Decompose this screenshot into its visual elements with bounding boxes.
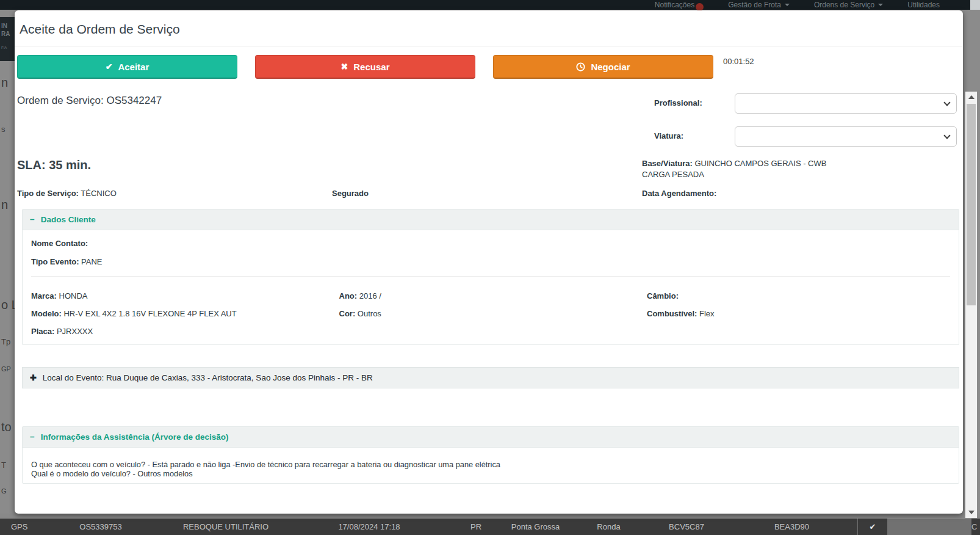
fuel-value: Flex (699, 309, 715, 318)
sidebar-text-fragment: GP (1, 365, 11, 373)
logo-fragment: IN (1, 22, 15, 30)
color-label: Cor: (339, 309, 356, 318)
plate: Placa: PJRXXXX (31, 327, 339, 336)
service-type-label: Tipo de Serviço: (17, 189, 79, 198)
dimmed-sidebar-strip: IN RA FIA n s n o L Tp GP to T G (0, 10, 15, 514)
scrollbar-corner (970, 0, 980, 10)
nav-notifications[interactable]: Notificações (655, 1, 704, 9)
service-type-value: TÉCNICO (81, 189, 117, 198)
logo-fragment: RA (1, 30, 15, 38)
refuse-button-label: Recusar (353, 62, 389, 72)
logo-fragment: FIA (1, 44, 15, 52)
row-cell-plate-2: BEA3D90 (726, 522, 857, 531)
insured: Segurado (332, 189, 642, 198)
scrollbar-thumb[interactable] (967, 104, 976, 305)
decision-tree-line: O que aconteceu com o veículo? - Está pa… (31, 460, 950, 469)
row-cell-gps: GPS (0, 522, 37, 531)
action-toolbar: ✔ Aceitar ✖ Recusar Negociar 00:01:52 (15, 46, 963, 79)
sidebar-text-fragment: s (1, 125, 5, 134)
row-cell-order-number: OS5339753 (37, 522, 165, 531)
sidebar-text-fragment: o L (1, 298, 15, 312)
service-order-accept-modal: Aceite da Ordem de Serviço ✔ Aceitar ✖ R… (15, 10, 963, 514)
plate-value: PJRXXXX (57, 327, 93, 336)
accept-button[interactable]: ✔ Aceitar (17, 55, 237, 79)
nav-fleet-label: Gestão de Frota (728, 1, 781, 9)
sidebar-text-fragment: n (1, 198, 8, 212)
row-cell-state: PR (452, 522, 500, 531)
decision-tree-text: O que aconteceu com o veículo? - Está pa… (23, 448, 959, 483)
scroll-down-arrow-icon[interactable] (968, 511, 975, 514)
event-type-label: Tipo Evento: (31, 257, 79, 266)
contact-name-label: Nome Contato: (31, 239, 88, 248)
event-type: Tipo Evento: PANE (31, 257, 950, 266)
background-table-row: GPS OS5339753 REBOQUE UTILITÁRIO 17/08/2… (0, 519, 980, 535)
check-icon: ✔ (106, 62, 113, 71)
sla-row: SLA: 35 min. Base/Viatura: GUINCHO CAMPO… (15, 158, 963, 180)
service-type: Tipo de Serviço: TÉCNICO (17, 189, 332, 198)
brand: Marca: HONDA (31, 291, 339, 300)
row-cell-service-type: REBOQUE UTILITÁRIO (165, 522, 287, 531)
vehicle-select[interactable] (735, 126, 957, 147)
nav-notifications-label: Notificações (655, 1, 694, 9)
fuel-label: Combustível: (647, 309, 697, 318)
negotiate-button-label: Negociar (591, 62, 630, 72)
collapse-minus-icon: − (30, 215, 35, 224)
plate-label: Placa: (31, 327, 54, 336)
accept-button-label: Aceitar (118, 62, 149, 72)
divider (31, 276, 950, 277)
year-label: Ano: (339, 291, 358, 300)
decision-tree-line: Qual é o modelo do veículo? - Outros mod… (31, 469, 950, 478)
top-navbar: Notificações Gestão de Frota Ordens de S… (0, 0, 980, 10)
refuse-button[interactable]: ✖ Recusar (255, 55, 475, 79)
client-data-body: Nome Contato: Tipo Evento: PANE Marca: H… (23, 230, 959, 344)
base-viatura: Base/Viatura: GUINCHO CAMPOS GERAIS - CW… (642, 158, 849, 180)
expand-plus-icon: ✚ (30, 373, 37, 382)
sidebar-text-fragment: to (1, 420, 12, 434)
notification-badge (696, 3, 704, 11)
client-data-title: Dados Cliente (41, 215, 96, 224)
scheduling-date-label: Data Agendamento: (642, 189, 716, 198)
row-cell-base: Ronda (571, 522, 647, 531)
sidebar-text-fragment: G (1, 487, 7, 495)
collapse-minus-icon: − (30, 432, 35, 442)
assistance-info-panel: − Informações da Assistência (Árvore de … (22, 426, 959, 484)
year: Ano: 2016 / (339, 291, 647, 300)
modal-title: Aceite da Ordem de Serviço (15, 10, 963, 46)
event-type-value: PANE (81, 257, 102, 266)
assistance-info-title: Informações da Assistência (Árvore de de… (41, 432, 229, 442)
client-data-panel-header[interactable]: − Dados Cliente (23, 209, 959, 230)
row-cell-date: 17/08/2024 17:18 (287, 522, 452, 531)
scroll-up-arrow-icon[interactable] (968, 95, 975, 99)
insured-label: Segurado (332, 189, 369, 198)
modal-scrollbar[interactable] (965, 92, 977, 518)
nav-service-orders[interactable]: Ordens de Serviço (814, 1, 883, 9)
brand-label: Marca: (31, 291, 57, 300)
countdown-timer: 00:01:52 (723, 55, 754, 66)
dimmed-page-band (0, 514, 980, 519)
gearbox-label: Câmbio: (647, 291, 679, 300)
sidebar-text-fragment: T (1, 460, 6, 470)
clock-icon (576, 62, 585, 71)
meta-row: Tipo de Serviço: TÉCNICO Segurado Data A… (15, 189, 963, 198)
client-data-panel: − Dados Cliente Nome Contato: Tipo Event… (22, 209, 959, 345)
event-location-bar[interactable]: ✚ Local do Evento: Rua Duque de Caxias, … (22, 367, 959, 388)
negotiate-button[interactable]: Negociar (493, 55, 713, 79)
vehicle-label: Viatura: (654, 126, 735, 147)
row-cell-plate-1: BCV5C87 (647, 522, 726, 531)
vehicle-row: Viatura: (654, 126, 959, 147)
nav-utilities[interactable]: Utilidades (907, 1, 940, 9)
color-value: Outros (358, 309, 381, 318)
row-cell-city: Ponta Grossa (500, 522, 571, 531)
vehicle-details-grid: Marca: HONDA Ano: 2016 / Câmbio: Modelo:… (31, 291, 950, 336)
professional-select[interactable] (735, 93, 957, 114)
assignment-panel: Profissional: Viatura: (654, 93, 959, 159)
nav-fleet-management[interactable]: Gestão de Frota (728, 1, 790, 9)
nav-utilities-label: Utilidades (907, 1, 940, 9)
event-location-text: Local do Evento: Rua Duque de Caxias, 33… (43, 373, 373, 382)
assistance-info-panel-header[interactable]: − Informações da Assistência (Árvore de … (23, 427, 959, 448)
base-viatura-label: Base/Viatura: (642, 159, 693, 168)
sidebar-text-fragment: Tp (1, 337, 10, 346)
professional-row: Profissional: (654, 93, 959, 114)
contact-name: Nome Contato: (31, 239, 950, 248)
row-cell-empty (888, 519, 971, 535)
